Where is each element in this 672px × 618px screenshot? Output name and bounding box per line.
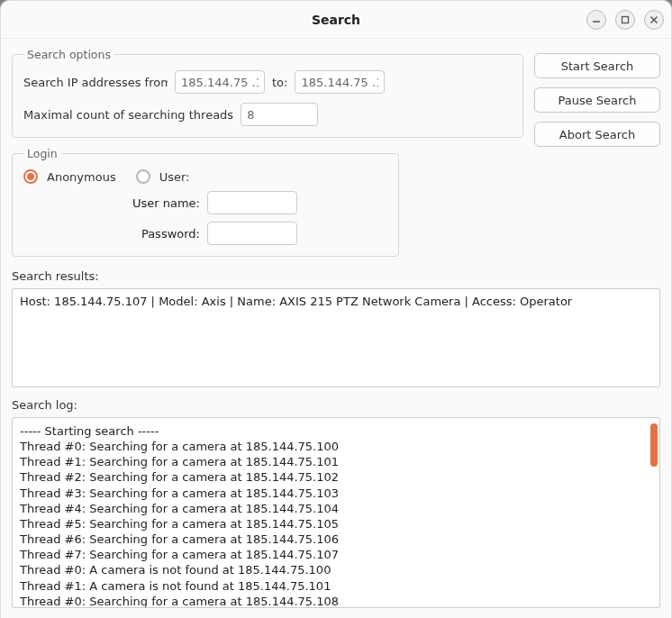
close-icon [649,15,658,24]
search-log-label: Search log: [12,398,660,412]
log-line: Thread #0: Searching for a camera at 185… [20,594,645,608]
username-input[interactable] [207,191,297,214]
password-input[interactable] [207,222,297,245]
maximize-icon [621,15,630,24]
svg-rect-1 [622,16,629,23]
window-control-group [586,10,664,30]
minimize-icon [592,15,601,24]
user-radio[interactable] [136,169,150,184]
login-legend: Login [23,147,61,160]
log-line: Thread #2: Searching for a camera at 185… [20,469,645,485]
log-line: Thread #1: A camera is not found at 185.… [20,578,645,594]
ip-from-label: Search IP addresses from [23,76,168,89]
log-line: Thread #3: Searching for a camera at 185… [20,486,645,501]
search-results-box[interactable]: Host: 185.144.75.107 | Model: Axis | Nam… [12,288,660,387]
maximize-button[interactable] [615,10,635,30]
log-line: Thread #1: Searching for a camera at 185… [20,454,645,469]
search-log-box[interactable]: ----- Starting search -----Thread #0: Se… [12,417,660,608]
titlebar: Search [1,1,671,39]
username-label: User name: [123,196,200,210]
window-title: Search [312,13,360,27]
search-options-legend: Search options [23,48,114,61]
anonymous-radio-label: Anonymous [47,170,116,184]
log-line: ----- Starting search ----- [20,423,645,439]
login-group: Login Anonymous User: [12,147,399,257]
window-body: Search options Search IP addresses from … [1,39,671,618]
user-radio-label: User: [159,170,190,184]
ip-to-input[interactable] [295,70,385,94]
ip-from-input[interactable] [175,70,265,94]
password-label: Password: [123,227,200,241]
pause-search-button[interactable]: Pause Search [534,87,660,113]
search-results-label: Search results: [12,269,660,283]
log-line: Thread #0: A camera is not found at 185.… [20,562,645,577]
log-line: Thread #5: Searching for a camera at 185… [20,516,645,532]
abort-search-button[interactable]: Abort Search [534,122,660,147]
app-window: Search Search options Search IP addresse… [0,0,672,618]
search-options-group: Search options Search IP addresses from … [12,48,523,138]
start-search-button[interactable]: Start Search [534,53,660,78]
close-button[interactable] [644,10,664,30]
log-line: Thread #6: Searching for a camera at 185… [20,532,645,547]
result-line[interactable]: Host: 185.144.75.107 | Model: Axis | Nam… [20,295,652,308]
log-line: Thread #0: Searching for a camera at 185… [20,439,645,454]
ip-to-label: to: [272,76,287,89]
log-line: Thread #7: Searching for a camera at 185… [20,547,645,562]
log-line: Thread #4: Searching for a camera at 185… [20,501,645,516]
minimize-button[interactable] [586,10,606,30]
threads-input[interactable] [241,103,318,126]
anonymous-radio-wrapper[interactable]: Anonymous [23,169,116,184]
anonymous-radio[interactable] [23,169,38,184]
user-radio-wrapper[interactable]: User: [136,169,190,184]
threads-label: Maximal count of searching threads [23,108,233,122]
log-scrollbar-thumb[interactable] [650,423,658,467]
